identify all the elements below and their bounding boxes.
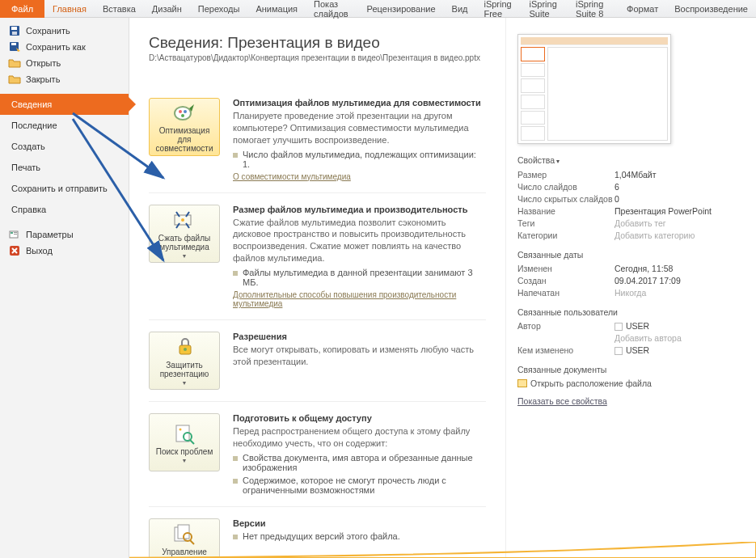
svg-point-13 [181, 114, 184, 117]
properties-dropdown[interactable]: Свойства [517, 155, 741, 165]
inspect-icon [171, 421, 198, 446]
prop-size-label: Размер [517, 170, 615, 180]
section-protect: Защитить презентацию ▼ Разрешения Все мо… [149, 320, 486, 402]
versions-bullet: Нет предыдущих версий этого файла. [243, 531, 400, 541]
manage-versions-button[interactable]: Управление версиями ▼ [149, 518, 220, 558]
sidebar-info[interactable]: Сведения [0, 94, 129, 115]
optimize-bullet: Число файлов мультимедиа, подлежащих опт… [243, 150, 486, 169]
modby-checkbox-icon [615, 347, 623, 355]
prop-categories-label: Категории [517, 230, 615, 240]
sidebar-save-send[interactable]: Сохранить и отправить [0, 178, 129, 199]
tab-home[interactable]: Главная [44, 0, 95, 18]
svg-rect-4 [11, 43, 16, 45]
prop-categories-value[interactable]: Добавить категорию [615, 230, 695, 240]
prop-tags-value[interactable]: Добавить тег [615, 218, 666, 228]
tab-view[interactable]: Вид [444, 0, 476, 18]
check-issues-label: Поиск проблем [156, 447, 213, 456]
sidebar-recent[interactable]: Последние [0, 115, 129, 136]
author-checkbox-icon [615, 323, 623, 331]
prop-author-value[interactable]: USER [615, 321, 649, 331]
prop-name-value[interactable]: Презентация PowerPoint [615, 206, 712, 216]
prop-modby-value: USER [615, 345, 649, 355]
sidebar-close-label: Закрыть [26, 74, 60, 84]
svg-point-21 [179, 428, 182, 430]
protect-presentation-button[interactable]: Защитить презентацию ▼ [149, 332, 220, 390]
sidebar-save-as[interactable]: Сохранить как [0, 39, 129, 55]
protect-presentation-label: Защитить презентацию [153, 361, 216, 378]
presentation-thumbnail[interactable] [517, 34, 671, 144]
file-tab[interactable]: Файл [0, 0, 44, 18]
compress-media-button[interactable]: Сжать файлы мультимедиа ▼ [149, 205, 220, 263]
sidebar-create[interactable]: Создать [0, 136, 129, 157]
svg-rect-7 [14, 232, 17, 233]
sidebar-open[interactable]: Открыть [0, 55, 129, 71]
svg-point-15 [181, 218, 184, 222]
show-all-properties[interactable]: Показать все свойства [517, 396, 607, 406]
close-folder-icon [8, 73, 21, 86]
section-optimize: Оптимизация для совместимости Оптимизаци… [149, 87, 486, 193]
prop-author-label: Автор [517, 321, 615, 331]
protect-desc: Все могут открывать, копировать и изменя… [233, 344, 486, 368]
open-icon [8, 57, 21, 70]
optimize-link[interactable]: О совместимости мультимедиа [233, 172, 351, 181]
compress-media-label: Сжать файлы мультимедиа [153, 234, 216, 252]
tab-ispring-suite[interactable]: iSpring Suite [522, 0, 568, 18]
tab-animation[interactable]: Анимация [247, 0, 306, 18]
prop-hidden-label: Число скрытых слайдов [517, 194, 615, 204]
svg-line-20 [190, 440, 194, 444]
add-author[interactable]: Добавить автора [615, 333, 682, 343]
dropdown-caret-icon: ▼ [182, 380, 188, 386]
svg-point-12 [184, 110, 187, 113]
sidebar-print[interactable]: Печать [0, 157, 129, 178]
optimize-compat-label: Оптимизация для совместимости [153, 126, 216, 153]
bullet-icon [233, 479, 238, 484]
sidebar-save[interactable]: Сохранить [0, 23, 129, 39]
versions-icon [171, 522, 198, 546]
check-issues-button[interactable]: Поиск проблем ▼ [149, 413, 220, 471]
open-file-location[interactable]: Открыть расположение файла [517, 378, 741, 388]
tab-format[interactable]: Формат [619, 0, 666, 18]
sidebar-save-as-label: Сохранить как [26, 42, 86, 52]
sidebar-help[interactable]: Справка [0, 199, 129, 220]
svg-rect-2 [12, 32, 17, 35]
tab-insert[interactable]: Вставка [95, 0, 144, 18]
svg-rect-8 [14, 234, 17, 235]
tab-transitions[interactable]: Переходы [190, 0, 248, 18]
prop-created-value: 09.04.2017 17:09 [615, 276, 681, 285]
tab-ispring-free[interactable]: iSpring Free [475, 0, 521, 18]
prop-changed-label: Изменен [517, 264, 615, 273]
tab-playback[interactable]: Воспроизведение [666, 0, 756, 18]
tab-review[interactable]: Рецензирование [359, 0, 444, 18]
save-icon [8, 24, 21, 37]
optimize-compat-button[interactable]: Оптимизация для совместимости [149, 98, 220, 156]
tab-design[interactable]: Дизайн [144, 0, 190, 18]
prop-slides-value: 6 [615, 182, 619, 192]
optimize-title: Оптимизация файлов мультимедиа для совме… [233, 98, 486, 108]
tab-ispring-suite8[interactable]: iSpring Suite 8 [568, 0, 619, 18]
prop-tags-label: Теги [517, 218, 615, 228]
svg-rect-1 [11, 27, 17, 30]
versions-title: Версии [233, 518, 486, 528]
tab-slideshow[interactable]: Показ слайдов [306, 0, 359, 18]
bullet-icon [233, 153, 238, 158]
file-path: D:\Аствацатуров\Дидактор\Конвертация пре… [149, 53, 486, 62]
sidebar-exit[interactable]: Выход [0, 243, 129, 259]
info-panel: Сведения: Презентация в видео D:\Астваца… [129, 18, 505, 558]
prop-changed-value: Сегодня, 11:58 [615, 264, 673, 273]
sidebar-close[interactable]: Закрыть [0, 71, 129, 87]
prop-printed-value: Никогда [615, 288, 646, 298]
compress-link[interactable]: Дополнительные способы повышения произво… [233, 290, 486, 308]
sidebar-options[interactable]: Параметры [0, 226, 129, 243]
prop-created-label: Создан [517, 276, 615, 285]
check-bullet2: Содержимое, которое не смогут прочесть л… [243, 476, 486, 495]
sidebar-exit-label: Выход [26, 246, 53, 256]
check-bullet1: Свойства документа, имя автора и обрезан… [243, 453, 486, 472]
options-icon [8, 228, 21, 241]
sidebar-open-label: Открыть [26, 58, 61, 68]
compress-title: Размер файлов мультимедиа и производител… [233, 205, 486, 214]
check-desc: Перед распространением общего доступа к … [233, 425, 486, 450]
compress-icon [171, 209, 198, 232]
bullet-icon [233, 535, 238, 539]
svg-line-25 [190, 540, 194, 544]
optimize-desc: Планируете проведение этой презентации н… [233, 110, 486, 146]
